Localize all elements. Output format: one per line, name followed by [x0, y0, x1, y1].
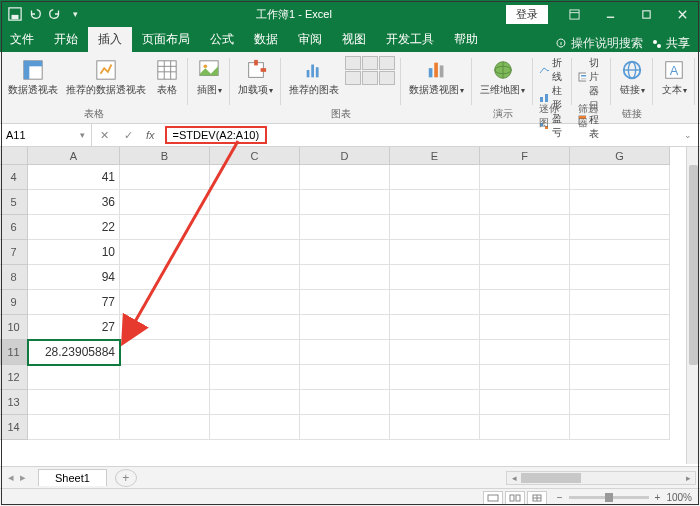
cell[interactable]	[390, 240, 480, 265]
cell[interactable]	[210, 290, 300, 315]
addins-button[interactable]: 加载项▾	[236, 56, 275, 98]
cell[interactable]: 27	[28, 315, 120, 340]
cell[interactable]	[390, 290, 480, 315]
cell[interactable]	[570, 340, 670, 365]
cell[interactable]	[570, 390, 670, 415]
minimize-icon[interactable]	[592, 0, 628, 28]
row-header[interactable]: 6	[0, 215, 28, 240]
cell[interactable]	[480, 240, 570, 265]
tab-insert[interactable]: 插入	[88, 27, 132, 52]
tab-formulas[interactable]: 公式	[200, 27, 244, 52]
cell[interactable]	[390, 215, 480, 240]
close-icon[interactable]	[664, 0, 700, 28]
cell[interactable]	[300, 390, 390, 415]
cell[interactable]	[120, 340, 210, 365]
cell[interactable]	[210, 365, 300, 390]
cell[interactable]: 22	[28, 215, 120, 240]
horizontal-scrollbar[interactable]: ◂ ▸	[506, 471, 696, 485]
pivot-table-button[interactable]: 数据透视表	[6, 56, 60, 97]
row-header[interactable]: 13	[0, 390, 28, 415]
chart-type-gallery[interactable]	[345, 56, 395, 85]
cell[interactable]: 41	[28, 165, 120, 190]
cell[interactable]	[300, 315, 390, 340]
cell[interactable]	[390, 390, 480, 415]
cell[interactable]	[570, 415, 670, 440]
column-header[interactable]: A	[28, 147, 120, 165]
cell[interactable]	[390, 315, 480, 340]
column-header[interactable]: C	[210, 147, 300, 165]
cell[interactable]	[300, 165, 390, 190]
cell[interactable]	[570, 365, 670, 390]
cell[interactable]	[570, 215, 670, 240]
share-button[interactable]: 共享	[651, 35, 690, 52]
cell[interactable]	[480, 190, 570, 215]
cell[interactable]	[480, 265, 570, 290]
new-sheet-button[interactable]: +	[115, 469, 137, 487]
maximize-icon[interactable]	[628, 0, 664, 28]
tab-file[interactable]: 文件	[0, 27, 44, 52]
cell[interactable]	[210, 240, 300, 265]
recommended-charts-button[interactable]: 推荐的图表	[287, 56, 341, 97]
sheet-tab[interactable]: Sheet1	[38, 469, 107, 486]
cell[interactable]	[28, 365, 120, 390]
vertical-scrollbar[interactable]	[686, 147, 700, 464]
cells-area[interactable]: 4136221094772728.23905884	[28, 165, 686, 440]
row-header[interactable]: 7	[0, 240, 28, 265]
tab-home[interactable]: 开始	[44, 27, 88, 52]
column-header[interactable]: B	[120, 147, 210, 165]
row-header[interactable]: 5	[0, 190, 28, 215]
cell[interactable]	[300, 240, 390, 265]
cell[interactable]	[28, 390, 120, 415]
zoom-slider[interactable]	[569, 496, 649, 499]
name-box[interactable]: A11 ▾	[0, 124, 92, 146]
cell[interactable]: 77	[28, 290, 120, 315]
cell[interactable]	[210, 215, 300, 240]
cell[interactable]	[570, 290, 670, 315]
cell[interactable]	[120, 290, 210, 315]
cell[interactable]	[120, 265, 210, 290]
cell[interactable]	[390, 165, 480, 190]
sparkline-line-button[interactable]: 折线	[539, 56, 566, 84]
expand-formula-bar-icon[interactable]: ⌄	[676, 130, 700, 140]
cell[interactable]	[300, 415, 390, 440]
autosave-icon[interactable]	[8, 7, 22, 21]
3d-map-button[interactable]: 三维地图▾	[478, 56, 527, 98]
tab-data[interactable]: 数据	[244, 27, 288, 52]
zoom-level[interactable]: 100%	[666, 492, 692, 503]
cancel-formula-icon[interactable]: ✕	[92, 129, 116, 142]
enter-formula-icon[interactable]: ✓	[116, 129, 140, 142]
tab-developer[interactable]: 开发工具	[376, 27, 444, 52]
hyperlink-button[interactable]: 链接▾	[617, 56, 647, 98]
cell[interactable]	[28, 415, 120, 440]
cell[interactable]	[480, 215, 570, 240]
row-header[interactable]: 11	[0, 340, 28, 365]
cell[interactable]	[210, 415, 300, 440]
cell[interactable]	[480, 165, 570, 190]
cell[interactable]	[480, 365, 570, 390]
select-all-corner[interactable]	[0, 147, 28, 165]
row-header[interactable]: 9	[0, 290, 28, 315]
cell[interactable]	[210, 390, 300, 415]
zoom-out-icon[interactable]: −	[557, 492, 563, 503]
page-layout-view-icon[interactable]	[505, 491, 525, 505]
row-header[interactable]: 14	[0, 415, 28, 440]
cell[interactable]	[300, 190, 390, 215]
row-header[interactable]: 12	[0, 365, 28, 390]
fx-icon[interactable]: fx	[140, 129, 161, 141]
cell[interactable]: 36	[28, 190, 120, 215]
cell[interactable]	[390, 365, 480, 390]
cell[interactable]	[300, 290, 390, 315]
cell[interactable]	[570, 240, 670, 265]
cell[interactable]	[570, 315, 670, 340]
cell[interactable]	[300, 365, 390, 390]
cell[interactable]	[120, 415, 210, 440]
cell[interactable]	[390, 340, 480, 365]
column-header[interactable]: F	[480, 147, 570, 165]
cell[interactable]	[210, 315, 300, 340]
sheet-nav[interactable]: ◂▸	[0, 471, 34, 484]
cell[interactable]	[480, 340, 570, 365]
recommended-pivot-button[interactable]: 推荐的数据透视表	[64, 56, 148, 97]
cell[interactable]: 28.23905884	[28, 340, 120, 365]
cell[interactable]	[210, 265, 300, 290]
column-header[interactable]: E	[390, 147, 480, 165]
